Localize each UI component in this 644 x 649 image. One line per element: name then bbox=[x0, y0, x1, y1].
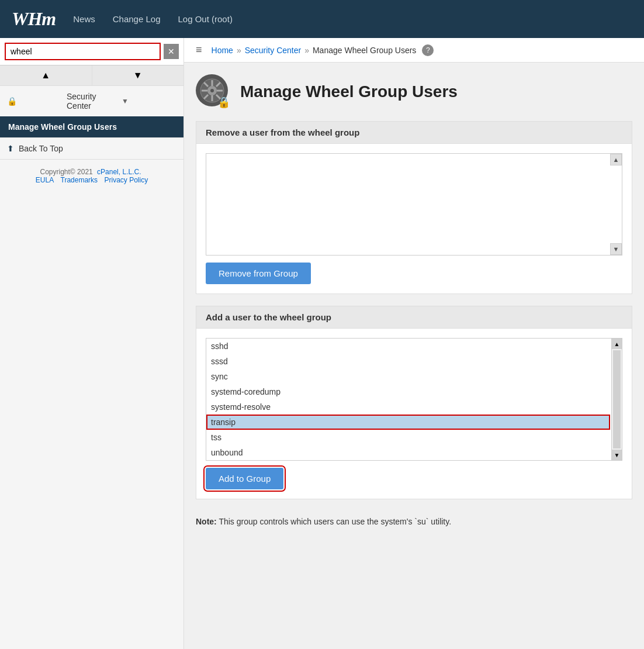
add-panel-header: Add a user to the wheel group bbox=[196, 306, 632, 329]
add-panel: Add a user to the wheel group sshd sssd … bbox=[196, 306, 632, 499]
nav-link-changelog[interactable]: Change Log bbox=[113, 14, 161, 24]
page-title: Manage Wheel Group Users bbox=[240, 82, 458, 101]
sidebar-section-header-security[interactable]: 🔒 Security Center ▼ bbox=[0, 86, 183, 116]
search-input[interactable] bbox=[5, 43, 161, 60]
lock-icon: 🔒 bbox=[7, 96, 62, 106]
page-icon: 🔒 bbox=[196, 74, 231, 109]
sidebar-footer: Copyright© 2021 cPanel, L.L.C. EULA Trad… bbox=[0, 160, 183, 192]
whm-logo: WHm bbox=[12, 8, 56, 30]
footer-link-privacy[interactable]: Privacy Policy bbox=[104, 176, 148, 184]
footer-link-trademarks[interactable]: Trademarks bbox=[61, 176, 98, 184]
sidebar-section-security: 🔒 Security Center ▼ Manage Wheel Group U… bbox=[0, 86, 183, 138]
search-clear-button[interactable]: ✕ bbox=[164, 44, 179, 59]
remove-from-group-button[interactable]: Remove from Group bbox=[206, 263, 311, 284]
listbox-item-tss[interactable]: tss bbox=[206, 430, 610, 445]
breadcrumb-current: Manage Wheel Group Users bbox=[313, 46, 416, 55]
copyright-text: Copyright© 2021 cPanel, L.L.C. bbox=[7, 168, 176, 176]
note-prefix: Note: bbox=[196, 517, 217, 526]
remove-listbox[interactable]: ▲ ▼ bbox=[206, 153, 622, 256]
footer-link-eula[interactable]: EULA bbox=[36, 176, 54, 184]
page-header: 🔒 Manage Wheel Group Users bbox=[196, 74, 632, 109]
top-nav-links: News Change Log Log Out (root) bbox=[73, 14, 233, 24]
menu-icon[interactable]: ≡ bbox=[196, 44, 202, 56]
help-icon[interactable]: ? bbox=[422, 44, 434, 56]
page-content: 🔒 Manage Wheel Group Users Remove a user… bbox=[184, 63, 644, 544]
breadcrumb-sep2: » bbox=[304, 46, 309, 55]
svg-point-2 bbox=[210, 89, 214, 92]
remove-panel-header: Remove a user from the wheel group bbox=[196, 122, 632, 144]
listbox-item-sshd[interactable]: sshd bbox=[206, 339, 610, 354]
add-listbox-scrollbar-thumb bbox=[613, 350, 621, 448]
company-link[interactable]: cPanel, L.L.C. bbox=[97, 168, 141, 176]
listbox-item-transip[interactable]: transip bbox=[206, 415, 610, 430]
nav-arrow-up[interactable]: ▲ bbox=[0, 65, 92, 85]
add-listbox-scrollbar: ▲ ▼ bbox=[611, 339, 622, 460]
nav-arrow-down[interactable]: ▼ bbox=[92, 65, 184, 85]
remove-listbox-scroll-up[interactable]: ▲ bbox=[610, 154, 622, 165]
remove-panel-body: ▲ ▼ Remove from Group bbox=[196, 144, 632, 294]
sidebar-active-item[interactable]: Manage Wheel Group Users bbox=[0, 116, 183, 137]
add-listbox-inner: sshd sssd sync systemd-coredump systemd-… bbox=[206, 339, 610, 460]
layout: ✕ ▲ ▼ 🔒 Security Center ▼ Manage Wheel G… bbox=[0, 38, 644, 649]
lock-badge-icon: 🔒 bbox=[217, 96, 230, 109]
nav-arrows: ▲ ▼ bbox=[0, 65, 183, 86]
add-listbox-wrapper: sshd sssd sync systemd-coredump systemd-… bbox=[206, 338, 622, 461]
search-bar: ✕ bbox=[0, 38, 183, 65]
breadcrumb-home[interactable]: Home bbox=[212, 46, 233, 55]
wheel-icon: 🔒 bbox=[196, 74, 228, 106]
up-arrow-icon: ⬆ bbox=[7, 144, 14, 153]
listbox-item-sssd[interactable]: sssd bbox=[206, 354, 610, 369]
remove-panel: Remove a user from the wheel group ▲ ▼ R… bbox=[196, 121, 632, 294]
add-listbox-scroll-up[interactable]: ▲ bbox=[612, 339, 622, 349]
listbox-item-sync[interactable]: sync bbox=[206, 369, 610, 384]
back-to-top-label: Back To Top bbox=[19, 144, 63, 153]
remove-listbox-scroll-down[interactable]: ▼ bbox=[610, 243, 622, 255]
listbox-item-unbound[interactable]: unbound bbox=[206, 445, 610, 460]
breadcrumb-security-center[interactable]: Security Center bbox=[245, 46, 301, 55]
sidebar-section-label-security: Security Center bbox=[67, 92, 122, 111]
breadcrumb-bar: ≡ Home » Security Center » Manage Wheel … bbox=[184, 38, 644, 63]
sidebar: ✕ ▲ ▼ 🔒 Security Center ▼ Manage Wheel G… bbox=[0, 38, 184, 649]
listbox-item-systemd-coredump[interactable]: systemd-coredump bbox=[206, 384, 610, 399]
breadcrumb-sep1: » bbox=[237, 46, 241, 55]
footer-links: EULA Trademarks Privacy Policy bbox=[7, 176, 176, 184]
note-text: Note: This group controls which users ca… bbox=[196, 511, 632, 532]
nav-link-news[interactable]: News bbox=[73, 14, 95, 24]
chevron-down-icon: ▼ bbox=[122, 97, 176, 105]
note-body: This group controls which users can use … bbox=[217, 517, 451, 526]
add-to-group-button[interactable]: Add to Group bbox=[206, 468, 283, 489]
add-listbox-scroll-down[interactable]: ▼ bbox=[612, 450, 622, 460]
top-nav: WHm News Change Log Log Out (root) bbox=[0, 0, 644, 38]
nav-link-logout[interactable]: Log Out (root) bbox=[178, 14, 233, 24]
sidebar-back-to-top[interactable]: ⬆ Back To Top bbox=[0, 138, 183, 160]
listbox-item-systemd-resolve[interactable]: systemd-resolve bbox=[206, 399, 610, 415]
main-content: ≡ Home » Security Center » Manage Wheel … bbox=[184, 38, 644, 649]
add-panel-body: sshd sssd sync systemd-coredump systemd-… bbox=[196, 329, 632, 499]
